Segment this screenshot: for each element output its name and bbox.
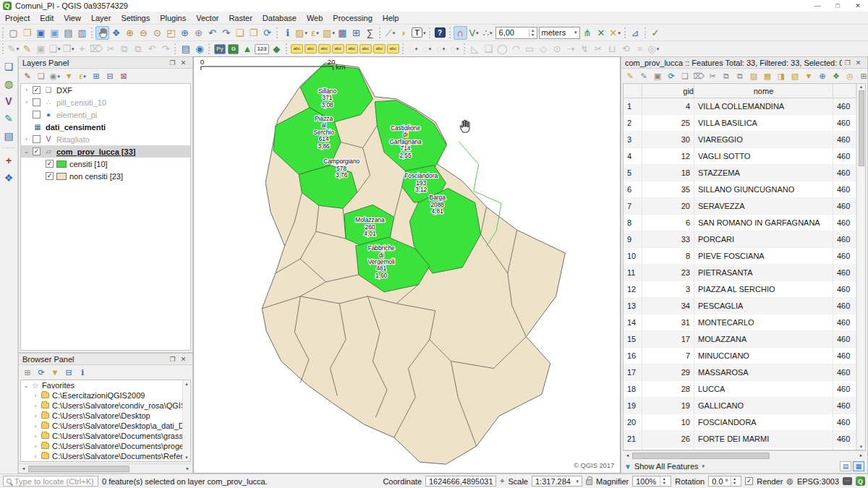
cell-rownum[interactable]: 4 bbox=[624, 148, 642, 165]
layer-item[interactable]: ●elementi_pi bbox=[21, 108, 190, 121]
attr-paste[interactable]: ⧉ bbox=[734, 70, 746, 82]
cell-gid[interactable]: 25 bbox=[642, 115, 694, 132]
cell-extra[interactable]: 460 bbox=[833, 348, 856, 364]
cell-gid[interactable]: 26 bbox=[642, 431, 694, 448]
diagram-tool-3[interactable]: ◌▾ bbox=[434, 42, 448, 56]
elevation-profile[interactable]: ⊿ bbox=[629, 26, 642, 40]
table-row[interactable]: 412VAGLI SOTTO460 bbox=[624, 148, 856, 165]
cell-extra[interactable]: 460 bbox=[833, 298, 856, 314]
table-row[interactable]: 2010FOSCIANDORA460 bbox=[624, 414, 856, 431]
zoom-native[interactable]: ⊙ bbox=[150, 26, 164, 40]
menu-edit[interactable]: Edit bbox=[35, 13, 59, 23]
attr-select-by-expression[interactable]: ▨ bbox=[748, 70, 760, 82]
open-attribute-table[interactable]: ▦ bbox=[336, 26, 349, 40]
attr-multiedit[interactable]: ✎ bbox=[638, 70, 650, 82]
cell-gid[interactable]: 30 bbox=[642, 132, 694, 148]
diagram-tool-4[interactable]: ◌▾ bbox=[448, 42, 461, 56]
layer-item[interactable]: ›VRitagliato bbox=[21, 133, 190, 145]
cell-extra[interactable]: 460 bbox=[833, 231, 856, 248]
paste-features[interactable]: ⧉ bbox=[131, 42, 145, 56]
offset-curve[interactable]: ⇢ bbox=[564, 42, 578, 56]
save-project[interactable]: ▣ bbox=[34, 26, 48, 40]
float-panel-icon[interactable]: ❐ bbox=[842, 59, 853, 67]
fill-ring[interactable]: ◎▾ bbox=[647, 42, 660, 56]
new-shapefile-layer[interactable]: V bbox=[2, 94, 16, 108]
attr-cut[interactable]: ✂ bbox=[707, 70, 718, 82]
attr-filter[interactable]: ▼ bbox=[803, 70, 814, 82]
cell-extra[interactable]: 460 bbox=[833, 181, 856, 198]
cell-rownum[interactable]: 18 bbox=[624, 381, 642, 398]
circle-tool[interactable]: ◯ bbox=[495, 42, 509, 56]
float-panel-icon[interactable]: ❐ bbox=[167, 59, 178, 67]
table-row[interactable]: 14VILLA COLLEMANDINA460 bbox=[624, 98, 856, 115]
refresh-browser[interactable]: ⟳ bbox=[35, 367, 47, 378]
remove-layer[interactable]: ⊠ bbox=[118, 70, 129, 82]
whats-this[interactable]: ? bbox=[433, 26, 447, 40]
layer-checkbox[interactable] bbox=[33, 98, 41, 106]
save-project-as[interactable]: ▣ bbox=[48, 26, 61, 40]
table-row[interactable]: 720SERAVEZZA460 bbox=[624, 198, 856, 215]
layer-item[interactable]: ›✓❏DXF bbox=[21, 84, 190, 96]
geometry-checker[interactable]: ✓ bbox=[649, 26, 663, 40]
undo[interactable]: ↶ bbox=[145, 42, 158, 56]
table-row[interactable]: 518STAZZEMA460 bbox=[624, 165, 856, 181]
float-panel-icon[interactable]: ❐ bbox=[167, 356, 178, 363]
form-view-button[interactable]: ▤ bbox=[840, 461, 851, 471]
column-header-nome[interactable]: nome bbox=[694, 84, 833, 98]
diagram-tool-1[interactable]: ◌▾ bbox=[407, 42, 420, 56]
rotate-label[interactable]: abc bbox=[373, 42, 386, 56]
expander-icon[interactable]: ⌄ bbox=[23, 148, 30, 155]
cell-nome[interactable]: MASSAROSA bbox=[694, 364, 833, 381]
layer-item[interactable]: ✓non censiti [23] bbox=[21, 170, 190, 182]
add-raster-layer[interactable]: ◍ bbox=[2, 77, 16, 90]
new-project[interactable]: ▢ bbox=[7, 26, 20, 40]
show-hide-labels[interactable]: abc bbox=[345, 42, 359, 56]
coordinate-input[interactable]: 1624666,4895031 bbox=[425, 476, 496, 487]
browser-item-folder[interactable]: ›C:\Users\Salvatore\Documents\progetti_q… bbox=[21, 441, 190, 451]
cell-extra[interactable]: 460 bbox=[833, 265, 856, 281]
cell-gid[interactable]: 35 bbox=[642, 181, 694, 198]
cell-rownum[interactable]: 6 bbox=[624, 181, 642, 198]
expander-icon[interactable]: › bbox=[23, 136, 30, 142]
cell-extra[interactable]: 460 bbox=[833, 448, 856, 450]
cell-rownum[interactable]: 17 bbox=[624, 364, 642, 381]
cell-extra[interactable]: 460 bbox=[833, 215, 856, 231]
regular-polygon-tool[interactable]: ◇ bbox=[537, 42, 550, 56]
cell-gid[interactable]: 18 bbox=[642, 165, 694, 181]
cell-nome[interactable]: MOLAZZANA bbox=[694, 331, 833, 348]
layer-labeling-options[interactable]: abc bbox=[290, 42, 304, 56]
layer-item[interactable]: ✓censiti [10] bbox=[21, 158, 190, 170]
cell-gid[interactable]: 3 bbox=[642, 281, 694, 298]
table-row[interactable]: 167MINUCCIANO460 bbox=[624, 348, 856, 364]
python-console[interactable]: Py bbox=[213, 42, 226, 56]
table-row[interactable]: 1729MASSAROSA460 bbox=[624, 364, 856, 381]
attr-move-selection-top[interactable]: ◎ bbox=[844, 70, 856, 82]
browser-item-folder[interactable]: ›C:\Users\Salvatore\Desktop bbox=[21, 411, 190, 421]
cell-extra[interactable]: 460 bbox=[833, 414, 856, 431]
cell-nome[interactable]: PESCAGLIA bbox=[694, 298, 833, 314]
select-features[interactable]: ▨▾ bbox=[294, 26, 308, 40]
browser-item-favorites[interactable]: ⌄☆Favorites bbox=[21, 380, 190, 390]
menu-help[interactable]: Help bbox=[378, 13, 404, 23]
messages-icon[interactable]: ⋯ bbox=[843, 477, 852, 485]
cell-extra[interactable]: 460 bbox=[833, 248, 856, 265]
cell-rownum[interactable]: 16 bbox=[624, 348, 642, 364]
add-database-layer[interactable]: ▤ bbox=[2, 129, 16, 142]
scale-combobox[interactable]: 1:317.284▾ bbox=[532, 476, 582, 487]
cell-rownum[interactable]: 8 bbox=[624, 215, 642, 231]
measure-line[interactable]: ⟋▾ bbox=[383, 26, 397, 40]
cell-extra[interactable]: 460 bbox=[833, 148, 856, 165]
save-layer-edits[interactable]: ▣ bbox=[34, 42, 48, 56]
scroll-down-icon[interactable]: ▼ bbox=[859, 445, 864, 449]
layer-item[interactable]: ›∴pill_censiti_10 bbox=[21, 96, 190, 108]
cell-rownum[interactable]: 5 bbox=[624, 165, 642, 181]
attr-reload[interactable]: ⟳ bbox=[665, 70, 677, 82]
attr-toggle-editing[interactable]: ✎ bbox=[624, 70, 636, 82]
menu-view[interactable]: View bbox=[59, 13, 86, 23]
table-row[interactable]: 1123PIETRASANTA460 bbox=[624, 265, 856, 281]
browser-item-folder[interactable]: ›C:\Users\Salvatore\condiv_rosa\QGIS_dat… bbox=[21, 401, 190, 411]
raster-terrain[interactable]: ▲ bbox=[240, 42, 254, 56]
construction-mode[interactable]: ❏ bbox=[482, 42, 495, 56]
table-row[interactable]: 1334PESCAGLIA460 bbox=[624, 298, 856, 314]
data-source-manager[interactable]: ❏ bbox=[2, 59, 16, 73]
